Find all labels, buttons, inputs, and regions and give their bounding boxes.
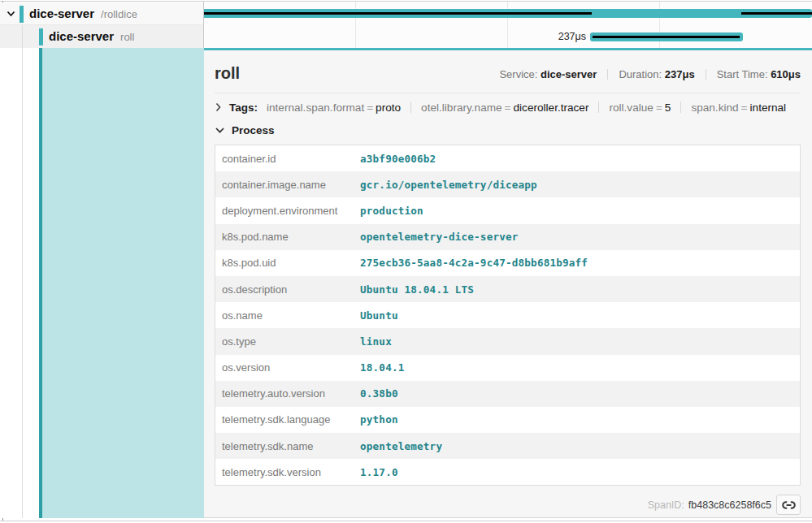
tags-label: Tags: — [229, 102, 258, 114]
duration-value: 237μs — [665, 68, 695, 80]
operation-name: /rolldice — [101, 8, 137, 20]
kv-row: telemetry.auto.version0.38b0 — [215, 381, 800, 407]
chevron-down-icon[interactable] — [7, 10, 15, 18]
span-row-roll[interactable]: dice-serverroll 237μs — [0, 25, 812, 48]
kv-row: os.descriptionUbuntu 18.04.1 LTS — [215, 276, 800, 302]
kv-row: container.image.namegcr.io/opentelemetry… — [215, 171, 800, 197]
span-name-cell[interactable]: dice-server/rolldice — [0, 2, 203, 25]
indent-guide — [22, 25, 23, 48]
duration-label: Duration: — [619, 68, 662, 80]
kv-row: telemetry.sdk.version1.17.0 — [215, 459, 800, 485]
span-id-value: fb483c8c6258f6c5 — [688, 499, 771, 511]
kv-row: deployment.environmentproduction — [215, 197, 800, 223]
start-time-label: Start Time: — [717, 68, 768, 80]
span-name-cell[interactable]: dice-serverroll — [0, 25, 203, 48]
service-name: dice-server — [49, 29, 114, 43]
span-color-bar — [20, 6, 24, 23]
indent-guide — [22, 48, 23, 518]
page-bottom-border — [0, 521, 812, 521]
span-detail-row: roll Service: dice-serverDuration: 237μs… — [0, 48, 812, 518]
critical-path-segment — [741, 12, 812, 15]
overview-separator — [706, 69, 706, 80]
service-name: dice-server — [29, 6, 94, 20]
span-bar[interactable] — [204, 9, 812, 18]
kv-row: os.nameUbuntu — [215, 302, 800, 328]
trace-timeline-rows: dice-server/rolldice dice-serverroll 237… — [0, 2, 812, 48]
span-bar-cell[interactable] — [204, 2, 812, 25]
tag-summary-item: otel.library.name=diceroller.tracer — [421, 102, 588, 114]
process-label: Process — [232, 124, 275, 136]
kv-row: k8s.pod.nameopentelemetry-dice-server — [215, 224, 800, 250]
span-id-label: SpanID: — [648, 499, 684, 511]
critical-path-segment — [593, 36, 740, 38]
kv-row: k8s.pod.uid275ecb36-5aa8-4c2a-9c47-d8bb6… — [215, 250, 800, 276]
span-bar-cell[interactable]: 237μs — [204, 25, 812, 48]
tag-separator — [598, 102, 599, 113]
link-icon — [782, 501, 796, 509]
span-id-footer: SpanID: fb483c8c6258f6c5 — [648, 495, 801, 515]
span-detail-panel: roll Service: dice-serverDuration: 237μs… — [204, 48, 812, 518]
span-title: dice-server/rolldice — [29, 6, 137, 21]
kv-row: telemetry.sdk.nameopentelemetry — [215, 433, 800, 459]
span-title: dice-serverroll — [49, 29, 134, 44]
tag-summary-item: internal.span.format=proto — [267, 102, 401, 114]
span-row-rolldice[interactable]: dice-server/rolldice — [0, 2, 812, 25]
span-color-bar — [39, 28, 43, 45]
span-overview: Service: dice-serverDuration: 237μsStart… — [499, 68, 801, 81]
span-duration-label: 237μs — [513, 30, 586, 44]
kv-row: container.ida3bf90e006b2 — [215, 145, 800, 171]
span-bar[interactable] — [590, 32, 743, 41]
tag-summary-item: roll.value=5 — [609, 102, 671, 114]
process-key-value-table: container.ida3bf90e006b2 container.image… — [215, 145, 801, 486]
operation-name: roll — [120, 31, 134, 43]
kv-row: os.typelinux — [215, 328, 800, 354]
chevron-right-icon — [215, 102, 221, 112]
operation-title: roll — [215, 63, 240, 83]
start-time-value: 610μs — [771, 68, 801, 80]
header-divider — [215, 93, 801, 93]
process-accordian[interactable]: Process — [215, 123, 275, 137]
service-value: dice-server — [541, 68, 597, 80]
copy-link-button[interactable] — [776, 495, 801, 515]
tags-accordian[interactable]: Tags: internal.span.format=proto otel.li… — [215, 100, 786, 115]
chevron-down-icon — [215, 128, 224, 133]
kv-row: os.version18.04.1 — [215, 355, 800, 381]
overview-separator — [607, 69, 608, 80]
kv-row: telemetry.sdk.languagepython — [215, 407, 800, 433]
service-label: Service: — [499, 68, 537, 80]
tag-separator — [410, 102, 411, 113]
tag-separator — [680, 102, 681, 113]
critical-path-segment — [204, 12, 592, 15]
detail-span-fill — [42, 48, 205, 518]
tag-summary-item: span.kind=internal — [691, 102, 786, 114]
